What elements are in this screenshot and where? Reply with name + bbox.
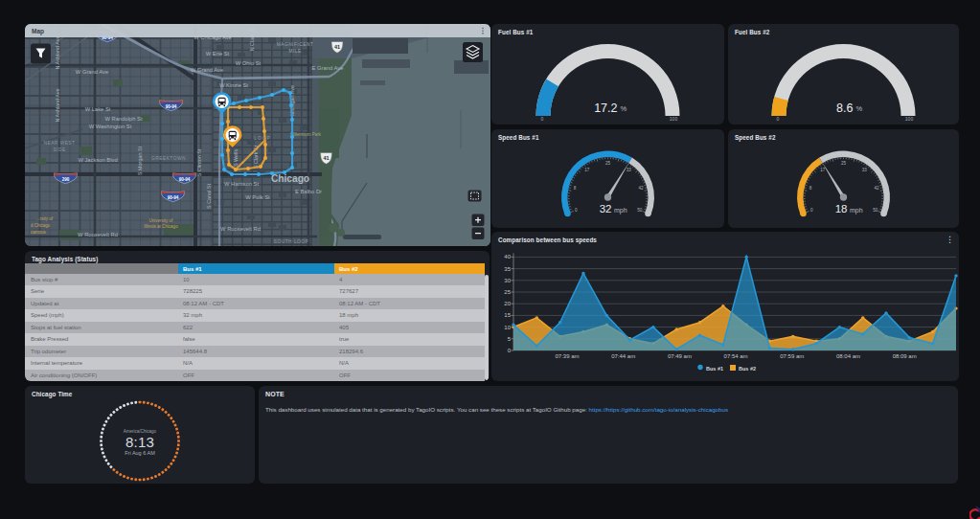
- svg-text:Bus #1: Bus #1: [706, 366, 723, 372]
- svg-text:41: 41: [324, 155, 330, 161]
- svg-text:campus: campus: [31, 230, 47, 235]
- svg-text:d Chicago: d Chicago: [31, 223, 51, 228]
- svg-text:Chicago: Chicago: [271, 173, 309, 184]
- svg-text:0: 0: [575, 208, 578, 213]
- svg-text:08:09 am: 08:09 am: [893, 353, 917, 359]
- svg-text:08:04 am: 08:04 am: [836, 353, 860, 359]
- svg-text:W Lake St: W Lake St: [85, 106, 111, 112]
- svg-text:8.6: 8.6: [836, 102, 853, 115]
- svg-text:E Grand Ave: E Grand Ave: [312, 65, 344, 71]
- svg-text:25: 25: [841, 161, 847, 166]
- svg-text:25: 25: [504, 289, 511, 295]
- svg-text:W Grand Ave: W Grand Ave: [191, 67, 223, 73]
- svg-text:8: 8: [574, 186, 577, 191]
- svg-text:SOUTH LOOP: SOUTH LOOP: [274, 239, 308, 244]
- svg-text:0: 0: [541, 116, 544, 122]
- svg-text:33: 33: [862, 168, 868, 172]
- svg-text:N Ashland Ave: N Ashland Ave: [55, 89, 60, 123]
- svg-text:90-94: 90-94: [179, 177, 191, 182]
- svg-text:W Polk St: W Polk St: [245, 194, 270, 200]
- svg-text:S Morgan St: S Morgan St: [137, 147, 143, 175]
- svg-text:100: 100: [905, 116, 914, 122]
- svg-text:25: 25: [605, 161, 611, 166]
- svg-text:42: 42: [638, 186, 644, 191]
- svg-text:42: 42: [874, 186, 879, 191]
- svg-text:07:49 am: 07:49 am: [668, 353, 692, 359]
- svg-text:%: %: [621, 104, 627, 113]
- svg-text:8:13: 8:13: [125, 434, 154, 450]
- svg-text:17: 17: [584, 168, 590, 172]
- svg-text:W Washington St: W Washington St: [89, 124, 132, 129]
- svg-text:50: 50: [637, 208, 643, 213]
- svg-text:50: 50: [873, 208, 878, 213]
- svg-text:S Canal St: S Canal St: [206, 184, 212, 209]
- svg-text:MAGNIFICENT: MAGNIFICENT: [277, 42, 314, 47]
- svg-text:W Erie St: W Erie St: [206, 51, 230, 56]
- svg-text:America/Chicago: America/Chicago: [124, 429, 157, 434]
- svg-text:0: 0: [777, 116, 780, 122]
- svg-text:W Roosevelt Rd: W Roosevelt Rd: [78, 232, 118, 237]
- svg-text:35: 35: [504, 266, 511, 272]
- svg-text:Map: Map: [32, 28, 44, 35]
- svg-text:07:39 am: 07:39 am: [555, 353, 579, 359]
- svg-text:Fri Aug 6 AM: Fri Aug 6 AM: [125, 450, 155, 456]
- svg-text:Millennium Park: Millennium Park: [290, 132, 322, 137]
- svg-text:90-94: 90-94: [166, 104, 177, 109]
- svg-text:41: 41: [334, 44, 340, 50]
- svg-text:07:44 am: 07:44 am: [611, 353, 635, 359]
- svg-text:20: 20: [504, 301, 511, 306]
- svg-text:0: 0: [508, 348, 512, 353]
- svg-text:10: 10: [504, 325, 511, 330]
- svg-text:W Harrison St: W Harrison St: [224, 181, 259, 187]
- svg-text:0: 0: [810, 208, 813, 213]
- svg-text:mph: mph: [850, 207, 863, 214]
- svg-text:W Ohio St: W Ohio St: [236, 60, 262, 66]
- svg-text:University of: University of: [149, 218, 174, 223]
- svg-text:17.2: 17.2: [594, 102, 617, 115]
- svg-text:90-94: 90-94: [168, 195, 179, 200]
- svg-text:N Ashland Ave: N Ashland Ave: [55, 36, 60, 70]
- svg-text:Illinois at Chicago: Illinois at Chicago: [144, 224, 178, 229]
- svg-text:...rsity of: ...rsity of: [36, 216, 54, 221]
- svg-text:32: 32: [600, 203, 612, 214]
- svg-text:290: 290: [62, 177, 70, 182]
- svg-text:100: 100: [670, 116, 678, 122]
- svg-text:NEAR WEST: NEAR WEST: [43, 141, 75, 146]
- svg-text:S Wells: S Wells: [233, 149, 239, 167]
- svg-text:MILE: MILE: [288, 49, 301, 54]
- svg-text:W Kinzie St: W Kinzie St: [219, 82, 248, 88]
- svg-text:8: 8: [809, 186, 812, 191]
- svg-text:W Jackson Blvd: W Jackson Blvd: [78, 157, 117, 163]
- svg-text:mph: mph: [614, 207, 627, 214]
- svg-text:17: 17: [820, 168, 826, 172]
- svg-text:18: 18: [835, 203, 848, 214]
- svg-text:30: 30: [504, 278, 511, 283]
- svg-text:LOOP: LOOP: [254, 136, 270, 141]
- svg-text:W Roosevelt Rd: W Roosevelt Rd: [220, 226, 261, 232]
- svg-text:%: %: [856, 104, 863, 113]
- svg-text:33: 33: [627, 168, 632, 172]
- svg-text:Bus #2: Bus #2: [739, 366, 756, 372]
- svg-text:W Grand Ave: W Grand Ave: [76, 69, 108, 75]
- svg-text:07:54 am: 07:54 am: [724, 353, 748, 359]
- svg-text:GREEKTOWN: GREEKTOWN: [151, 156, 186, 161]
- svg-text:40: 40: [504, 254, 511, 260]
- svg-text:07:59 am: 07:59 am: [780, 353, 804, 359]
- svg-text:E Balbo Dr: E Balbo Dr: [295, 189, 322, 194]
- svg-text:S Clinton St: S Clinton St: [196, 148, 202, 176]
- svg-text:W Randolph St: W Randolph St: [105, 116, 143, 122]
- svg-text:5: 5: [508, 336, 512, 342]
- svg-text:15: 15: [504, 312, 511, 318]
- svg-text:SIDE: SIDE: [53, 147, 65, 152]
